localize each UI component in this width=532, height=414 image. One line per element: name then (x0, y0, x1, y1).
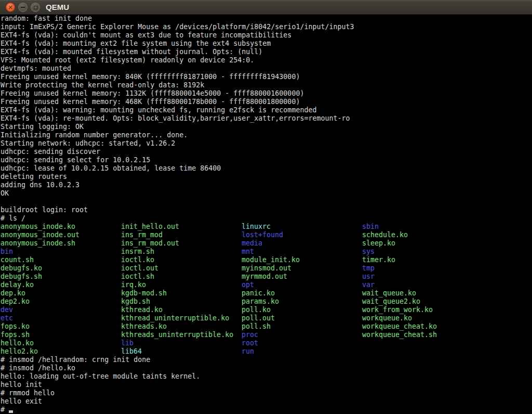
prompt-line: # (0, 406, 532, 414)
console-line: Freeing unused kernel memory: 1132K (fff… (0, 89, 532, 98)
console-line: EXT4-fs (vda): warning: mounting uncheck… (0, 106, 532, 114)
ls-entry-exec: sleep.ko (362, 239, 395, 248)
ls-entry-dir: sys (362, 248, 375, 256)
ls-entry-exec: ioctl.out (121, 264, 158, 273)
console-line: Write protecting the kernel read-only da… (0, 81, 532, 89)
ls-row: hello.kolibroot (0, 339, 532, 347)
console-line: EXT4-fs (vda): mounting ext2 file system… (0, 40, 532, 48)
ls-entry-exec: myrmmod.out (242, 273, 287, 281)
console-line: udhcpc: sending discover (0, 148, 532, 156)
ls-row: count.shioctl.komodule_init.kotimer.ko (0, 256, 532, 264)
ls-entry-dir: run (242, 347, 254, 356)
ls-entry-exec: anonymous_inode.out (1, 231, 79, 239)
ls-row: delay.koirq.kooptvar (0, 281, 532, 289)
ls-entry-dir: var (362, 281, 375, 289)
console-line: # insmod /hellrandom: crng init done (0, 356, 532, 364)
terminal-screen[interactable]: random: fast init doneinput: ImExPS/2 Ge… (0, 15, 532, 414)
console-line: # ls / (0, 214, 532, 223)
ls-row: dep2.kokgdb.shparams.kowait_queue2.ko (0, 297, 532, 306)
maximize-icon (34, 6, 37, 9)
ls-entry-exec: debugfs.ko (1, 264, 42, 273)
ls-entry-exec: poll.out (242, 314, 275, 322)
ls-entry-exec: poll.ko (242, 306, 271, 314)
console-line: Freeing unused kernel memory: 840K (ffff… (0, 73, 532, 81)
ls-entry-exec: ioctl.ko (121, 256, 154, 264)
ls-entry-exec: kthread_uninterruptible.ko (121, 314, 229, 322)
ls-entry-dir: etc (1, 314, 13, 322)
ls-entry-exec: module_init.ko (242, 256, 300, 264)
ls-entry-exec: timer.ko (362, 256, 395, 264)
ls-entry-dir: tmp (362, 264, 375, 273)
ls-row: devkthread.kopoll.kowork_from_work.ko (0, 306, 532, 314)
ls-entry-exec: dep2.ko (1, 297, 30, 306)
ls-entry-dir: proc (242, 331, 258, 339)
ls-entry-exec: hello.ko (1, 339, 34, 347)
console-line: hello exit (0, 397, 532, 406)
ls-entry-exec: wait_queue2.ko (362, 297, 420, 306)
ls-row: etckthread_uninterruptible.kopoll.outwor… (0, 314, 532, 322)
ls-entry-exec: kthreads_uninterruptible.ko (121, 331, 233, 339)
console-line: Freeing unused kernel memory: 468K (ffff… (0, 98, 532, 106)
ls-entry-dir: media (242, 239, 262, 248)
console-line: EXT4-fs (vda): mounted filesystem withou… (0, 48, 532, 56)
ls-entry-exec: work_from_work.ko (362, 306, 433, 314)
ls-entry-exec: anonymous_inode.sh (1, 239, 75, 248)
qemu-window: ✕ QEMU random: fast init doneinput: ImEx… (0, 0, 532, 414)
ls-entry-exec: ioctl.sh (121, 273, 154, 281)
ls-entry-exec: insrm.sh (121, 248, 154, 256)
ls-entry-exec: kgdb.sh (121, 297, 150, 306)
ls-entry-exec: workqueue_cheat.ko (362, 322, 437, 331)
ls-entry-exec: ins_rm_mod.out (121, 239, 179, 248)
ls-entry-exec: poll.sh (242, 322, 271, 331)
console-line: OK (0, 189, 532, 198)
console-line: Starting network: udhcpc: started, v1.26… (0, 139, 532, 148)
ls-entry-exec: kgdb-mod.sh (121, 289, 167, 297)
ls-row: anonymous_inode.outins_rm_modlost+founds… (0, 231, 532, 239)
ls-entry-exec: wait_queue.ko (362, 289, 416, 297)
ls-entry-exec: kthreads.ko (121, 322, 167, 331)
ls-entry-dir: lost+found (242, 231, 283, 239)
console-line: EXT4-fs (vda): re-mounted. Opts: block_v… (0, 114, 532, 123)
console-line: VFS: Mounted root (ext2 filesystem) read… (0, 56, 532, 64)
ls-row: hello2.kolib64run (0, 347, 532, 356)
console-line: hello init (0, 381, 532, 389)
minimize-icon (21, 7, 25, 8)
console-line: # rmmod hello (0, 389, 532, 397)
console-line: devtmpfs: mounted (0, 64, 532, 73)
console-line: hello: loading out-of-tree module taints… (0, 372, 532, 381)
ls-entry-exec: irq.ko (121, 281, 146, 289)
ls-entry-exec: kthread.ko (121, 306, 163, 314)
console-line: udhcpc: sending select for 10.0.2.15 (0, 156, 532, 164)
console-line: buildroot login: root (0, 206, 532, 214)
ls-entry-dir: dev (1, 306, 13, 314)
minimize-button[interactable] (18, 3, 28, 12)
close-button[interactable]: ✕ (6, 3, 15, 12)
console-line: adding dns 10.0.2.3 (0, 181, 532, 189)
ls-row: fops.shkthreads_uninterruptible.koprocwo… (0, 331, 532, 339)
ls-entry-exec: workqueue_cheat.sh (362, 331, 437, 339)
ls-entry-exec: init_hello.out (121, 223, 179, 231)
ls-entry-exec: dep.ko (1, 289, 25, 297)
maximize-button[interactable] (31, 3, 40, 12)
ls-entry-exec: workqueue.ko (362, 314, 412, 322)
ls-entry-exec: fops.ko (1, 322, 30, 331)
ls-entry-exec: anonymous_inode.ko (1, 223, 75, 231)
ls-entry-exec: myinsmod.out (242, 264, 291, 273)
close-icon: ✕ (8, 5, 12, 10)
ls-entry-exec: delay.ko (1, 281, 34, 289)
console-line: udhcpc: lease of 10.0.2.15 obtained, lea… (0, 164, 532, 173)
ls-entry-link: linuxrc (242, 223, 271, 231)
ls-entry-dir: usr (362, 273, 375, 281)
ls-row: debugfs.koioctl.outmyinsmod.outtmp (0, 264, 532, 273)
console-line: input: ImExPS/2 Generic Explorer Mouse a… (0, 23, 532, 31)
ls-entry-dir: lib (121, 339, 134, 347)
ls-row: anonymous_inode.shins_rm_mod.outmediasle… (0, 239, 532, 248)
ls-entry-dir: opt (242, 281, 254, 289)
ls-entry-exec: count.sh (1, 256, 34, 264)
ls-row: debugfs.shioctl.shmyrmmod.outusr (0, 273, 532, 281)
console-line: random: fast init done (0, 15, 532, 23)
titlebar[interactable]: ✕ QEMU (0, 0, 532, 15)
ls-entry-dir: bin (1, 248, 13, 256)
console-line: Starting logging: OK (0, 123, 532, 131)
console-line: deleting routers (0, 173, 532, 181)
